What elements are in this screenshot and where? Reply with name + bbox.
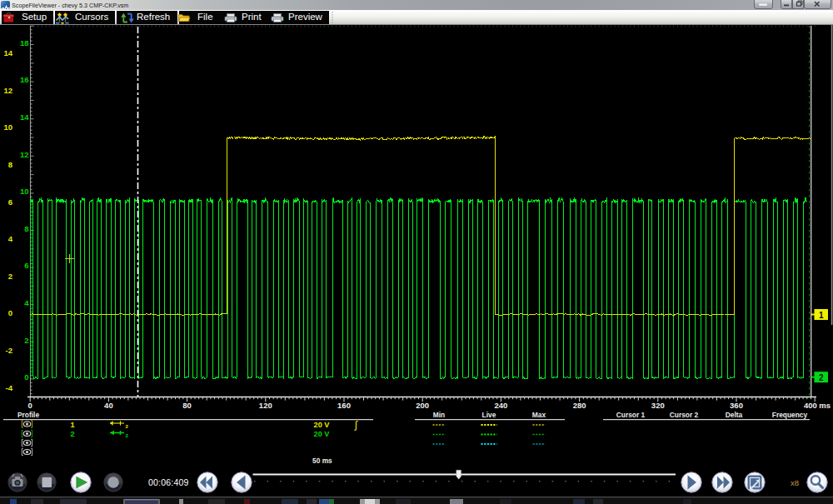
svg-text:Delta: Delta: [726, 411, 743, 419]
svg-text:360: 360: [730, 401, 743, 410]
svg-text:320: 320: [651, 401, 665, 410]
svg-text:160: 160: [337, 401, 351, 410]
svg-text:Max: Max: [532, 411, 546, 419]
svg-text:20 V: 20 V: [314, 421, 331, 429]
svg-text:-2: -2: [6, 346, 12, 355]
svg-text:1: 1: [819, 311, 824, 320]
svg-text:18: 18: [20, 38, 29, 47]
svg-text:Profile: Profile: [17, 411, 39, 419]
svg-text:Frequency: Frequency: [772, 411, 808, 419]
svg-text:80: 80: [182, 401, 192, 410]
svg-text:2: 2: [70, 430, 74, 438]
svg-text:40: 40: [104, 401, 113, 410]
svg-text:2: 2: [24, 336, 28, 345]
svg-text:400 ms: 400 ms: [804, 401, 831, 410]
svg-text:14: 14: [20, 112, 29, 122]
svg-text:4: 4: [24, 298, 29, 307]
svg-text:0: 0: [8, 308, 12, 317]
svg-text:-4: -4: [6, 383, 13, 392]
svg-text:200: 200: [416, 401, 429, 410]
svg-text:12: 12: [20, 150, 29, 159]
svg-text:12: 12: [3, 86, 12, 95]
svg-text:x8: x8: [791, 478, 799, 487]
svg-text:4: 4: [8, 234, 13, 243]
svg-text:20 V: 20 V: [314, 430, 331, 438]
svg-text:10: 10: [20, 187, 29, 196]
svg-text:Live: Live: [482, 411, 496, 419]
svg-text:0: 0: [28, 401, 32, 410]
svg-text:280: 280: [573, 401, 586, 410]
svg-text:14: 14: [3, 48, 12, 57]
svg-text:50 ms: 50 ms: [312, 457, 332, 465]
svg-text:8: 8: [8, 160, 12, 169]
svg-text:6: 6: [24, 261, 28, 270]
svg-text:2: 2: [819, 373, 824, 382]
svg-text:10: 10: [3, 122, 12, 132]
svg-text:00:06:409: 00:06:409: [148, 477, 189, 487]
svg-text:Cursor 1: Cursor 1: [616, 411, 646, 419]
svg-text:120: 120: [259, 401, 272, 410]
svg-text:6: 6: [8, 197, 12, 207]
svg-text:∫: ∫: [354, 419, 358, 431]
svg-text:16: 16: [20, 75, 29, 84]
svg-text:8: 8: [24, 224, 28, 233]
svg-text:Min: Min: [433, 411, 445, 419]
svg-text:2: 2: [8, 272, 12, 281]
svg-text:0: 0: [24, 372, 28, 382]
svg-text:Cursor 2: Cursor 2: [670, 411, 699, 419]
svg-text:240: 240: [494, 401, 507, 410]
svg-text:1: 1: [70, 421, 74, 429]
